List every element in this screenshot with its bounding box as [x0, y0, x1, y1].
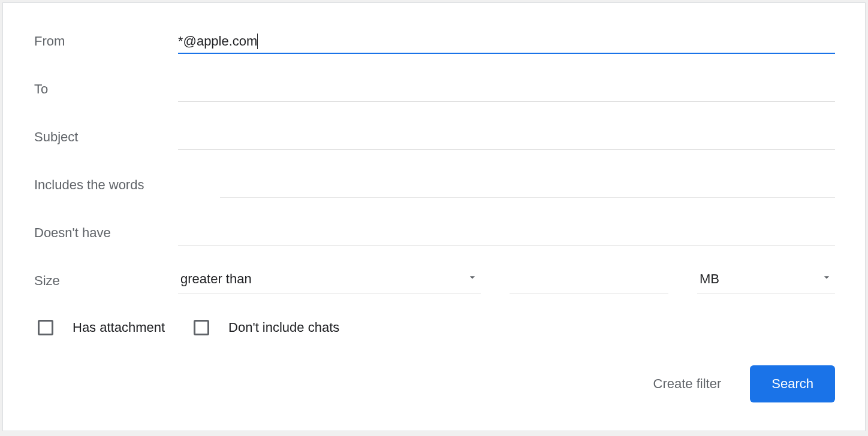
size-value-input[interactable]	[510, 269, 668, 293]
includes-row: Includes the words	[34, 174, 835, 198]
includes-label: Includes the words	[34, 177, 220, 198]
search-filter-panel: From *@apple.com To Subject Includes the…	[2, 2, 866, 431]
size-unit-dropdown[interactable]: MB	[697, 269, 835, 293]
checkbox-row: Has attachment Don't include chats	[38, 320, 835, 335]
checkbox-icon	[38, 320, 53, 335]
subject-label: Subject	[34, 129, 178, 150]
from-input-text: *@apple.com	[178, 34, 257, 49]
subject-row: Subject	[34, 126, 835, 150]
dont-include-chats-checkbox[interactable]: Don't include chats	[194, 320, 339, 335]
doesnt-have-input[interactable]	[178, 222, 835, 246]
size-comparator-dropdown[interactable]: greater than	[178, 269, 481, 293]
from-label: From	[34, 34, 178, 54]
size-row: Size greater than MB	[34, 270, 835, 293]
to-input[interactable]	[178, 78, 835, 102]
footer-actions: Create filter Search	[34, 365, 835, 402]
create-filter-button[interactable]: Create filter	[653, 376, 722, 392]
includes-input[interactable]	[220, 174, 835, 198]
size-label: Size	[34, 273, 178, 293]
to-row: To	[34, 78, 835, 102]
search-button[interactable]: Search	[750, 365, 835, 402]
size-comparator-value: greater than	[180, 271, 252, 287]
from-row: From *@apple.com	[34, 30, 835, 54]
text-cursor-icon	[257, 34, 258, 49]
doesnt-have-row: Doesn't have	[34, 222, 835, 246]
has-attachment-checkbox[interactable]: Has attachment	[38, 320, 165, 335]
doesnt-have-label: Doesn't have	[34, 225, 178, 246]
caret-down-icon	[466, 271, 478, 287]
to-label: To	[34, 81, 178, 102]
caret-down-icon	[821, 271, 833, 287]
size-unit-value: MB	[700, 271, 719, 287]
subject-input[interactable]	[178, 126, 835, 150]
checkbox-icon	[194, 320, 209, 335]
dont-include-chats-label: Don't include chats	[228, 320, 339, 335]
from-input[interactable]: *@apple.com	[178, 31, 835, 54]
has-attachment-label: Has attachment	[73, 320, 165, 335]
